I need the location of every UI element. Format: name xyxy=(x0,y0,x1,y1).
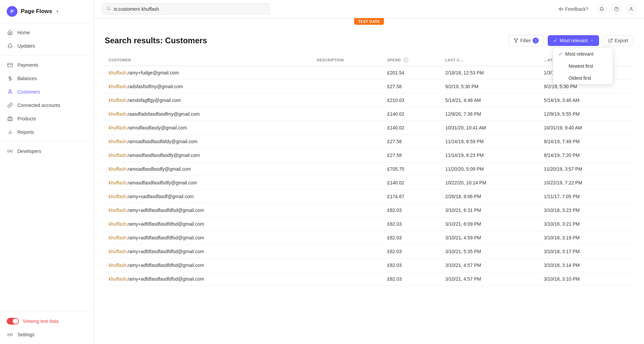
table-row[interactable]: khuffash.ramsdfasdfasdy@gmail.com£140.02… xyxy=(105,121,633,135)
help-icon[interactable] xyxy=(612,4,621,14)
sidebar-bottom: Viewing test data Settings xyxy=(0,311,94,344)
dropdown-item-label: Most relevant xyxy=(565,51,593,57)
description-cell xyxy=(313,80,383,94)
customer-highlight: khuffash xyxy=(109,139,126,144)
created-cell: 10/31/19, 9:40 AM xyxy=(540,121,633,135)
customer-highlight: khuffash xyxy=(109,276,126,282)
sidebar-item-products[interactable]: Products xyxy=(0,112,94,125)
col-description: DESCRIPTION xyxy=(313,54,383,66)
spend-cell: £174.67 xyxy=(383,190,441,204)
feedback-button[interactable]: Feedback? xyxy=(555,4,592,14)
customer-cell: khuffash.ramsadfasdfasdfy@gmail.com xyxy=(105,162,313,176)
table-row[interactable]: khuffash.ramy+adfdfasdfasdfdfsd@gmail.co… xyxy=(105,231,633,245)
sort-dropdown: ✓ Most relevant Newest first Oldest firs… xyxy=(553,48,613,84)
home-icon xyxy=(7,29,13,36)
created-cell: 5/14/19, 3:46 AM xyxy=(540,94,633,107)
sort-option-newest-first[interactable]: Newest first xyxy=(553,60,613,72)
last-c-cell: 10/31/20, 10:41 AM xyxy=(441,121,540,135)
customer-rest: .ramy+adfdfasdfasdfdfsd@gmail.com xyxy=(126,235,204,240)
customers-icon xyxy=(7,89,13,95)
sort-dropdown-trigger[interactable]: Most relevant xyxy=(548,35,599,46)
sidebar-item-balances[interactable]: Balances xyxy=(0,72,94,85)
customer-highlight: khuffash xyxy=(109,194,126,199)
created-cell: 3/10/18, 3:10 PM xyxy=(540,272,633,286)
sidebar-item-customers[interactable]: Customers xyxy=(0,85,94,99)
sidebar-item-reports[interactable]: Reports xyxy=(0,125,94,139)
svg-point-15 xyxy=(631,7,632,9)
logo[interactable]: P Page Flows ▾ xyxy=(0,0,94,23)
sidebar-item-label: Balances xyxy=(17,76,37,81)
spend-cell: £82.03 xyxy=(383,272,441,286)
table-row[interactable]: khuffash.ramy+adfdfasdfasdfdfsd@gmail.co… xyxy=(105,204,633,217)
sort-option-most-relevant[interactable]: ✓ Most relevant xyxy=(553,48,613,60)
sort-option-oldest-first[interactable]: Oldest first xyxy=(553,72,613,84)
main-panel: Feedback? TEST DATA Search results: Cust… xyxy=(94,0,644,344)
sort-selected-label: Most relevant xyxy=(559,38,588,43)
connected-accounts-icon xyxy=(7,102,13,109)
filter-button[interactable]: Filter 1 xyxy=(508,35,544,46)
customer-rest: .ramasdfasdfasdfsdfy@gmail.com xyxy=(126,180,197,185)
customer-cell: khuffash.ramasdfasdfasdfsdfy@gmail.com xyxy=(105,176,313,190)
table-row[interactable]: khuffash.ramy+sadfasdfasdf@gmail.com£174… xyxy=(105,190,633,204)
last-c-cell: 3/10/21, 4:57 PM xyxy=(441,259,540,272)
sidebar-item-label: Customers xyxy=(17,89,40,95)
page-title: Search results: Customers xyxy=(105,36,207,45)
notification-bell-icon[interactable] xyxy=(597,4,606,14)
table-row[interactable]: khuffash.ramy+adfdfasdfasdfdfsd@gmail.co… xyxy=(105,217,633,231)
sidebar-item-updates[interactable]: Updates xyxy=(0,39,94,53)
balances-icon xyxy=(7,75,13,82)
sidebar-item-connected-accounts[interactable]: Connected accounts xyxy=(0,99,94,112)
test-data-toggle-switch[interactable] xyxy=(7,318,19,325)
table-row[interactable]: khuffash.ramasdfasdfasdfasdfy@gmail.com£… xyxy=(105,149,633,162)
table-row[interactable]: khuffash.raasdfadsfasdfasdfmy@gmail.com£… xyxy=(105,107,633,121)
description-cell xyxy=(313,135,383,149)
table-row[interactable]: khuffash.ramy+adfdfasdfasdfdfsd@gmail.co… xyxy=(105,272,633,286)
last-c-cell: 11/20/20, 5:09 PM xyxy=(441,162,540,176)
table-row[interactable]: khuffash.ramy+adfdfasdfasdfdfsd@gmail.co… xyxy=(105,245,633,259)
viewing-test-data-toggle[interactable]: Viewing test data xyxy=(0,314,94,328)
customer-highlight: khuffash xyxy=(109,180,126,185)
user-avatar-icon[interactable] xyxy=(627,4,636,14)
spend-cell: £82.03 xyxy=(383,231,441,245)
created-cell: 10/22/19, 7:22 PM xyxy=(540,176,633,190)
export-button[interactable]: Export xyxy=(603,35,633,46)
spend-info-icon[interactable]: i xyxy=(404,58,408,62)
last-c-cell: 9/2/19, 5:30 PM xyxy=(441,80,540,94)
description-cell xyxy=(313,149,383,162)
table-row[interactable]: khuffash.ramdsfagffgy@gmail.com£210.035/… xyxy=(105,94,633,107)
sidebar-item-label: Payments xyxy=(17,62,38,68)
customer-highlight: khuffash xyxy=(109,263,126,268)
table-row[interactable]: khuffash.ramsadfasdfasdfy@gmail.com£705.… xyxy=(105,162,633,176)
customer-cell: khuffash.ramdsfagffgy@gmail.com xyxy=(105,94,313,107)
description-cell xyxy=(313,245,383,259)
created-cell: 3/10/18, 3:17 PM xyxy=(540,245,633,259)
customer-highlight: khuffash xyxy=(109,235,126,240)
sidebar-item-payments[interactable]: Payments xyxy=(0,58,94,72)
col-spend: SPEND i xyxy=(383,54,441,66)
table-row[interactable]: khuffash.ramsadfasdfasdfafdy@gmail.com£2… xyxy=(105,135,633,149)
sidebar-nav: Home Updates Payments Balances Custom xyxy=(0,23,94,311)
spend-cell: £705.75 xyxy=(383,162,441,176)
topbar-actions: Feedback? xyxy=(555,4,636,14)
sidebar-item-developers[interactable]: Developers xyxy=(0,145,94,158)
sidebar-item-home[interactable]: Home xyxy=(0,26,94,39)
col-customer: CUSTOMER xyxy=(105,54,313,66)
filter-count-badge: 1 xyxy=(533,38,539,44)
spend-cell: £82.03 xyxy=(383,217,441,231)
search-input[interactable] xyxy=(114,6,265,12)
table-row[interactable]: khuffash.ramy+adfdfasdfasdfdfsd@gmail.co… xyxy=(105,259,633,272)
customer-highlight: khuffash xyxy=(109,249,126,254)
customer-cell: khuffash.ramy+adfdfasdfasdfdfsd@gmail.co… xyxy=(105,245,313,259)
created-cell: 3/10/18, 3:21 PM xyxy=(540,217,633,231)
search-box[interactable] xyxy=(102,3,270,14)
content-inner: Search results: Customers Filter 1 Most … xyxy=(94,18,644,297)
last-c-cell: 3/10/21, 6:09 PM xyxy=(441,217,540,231)
customer-cell: khuffash.ramasdfasdfasdfasdfy@gmail.com xyxy=(105,149,313,162)
table-row[interactable]: khuffash.ramasdfasdfasdfsdfy@gmail.com£1… xyxy=(105,176,633,190)
filter-label: Filter xyxy=(520,38,531,43)
customers-table-wrapper: CUSTOMER DESCRIPTION SPEND i LAST C... .… xyxy=(105,54,633,286)
last-c-cell: 2/26/18, 8:06 PM xyxy=(441,190,540,204)
customer-highlight: khuffash xyxy=(109,208,126,213)
sidebar-item-settings[interactable]: Settings xyxy=(0,328,94,341)
spend-cell: £201.54 xyxy=(383,66,441,80)
